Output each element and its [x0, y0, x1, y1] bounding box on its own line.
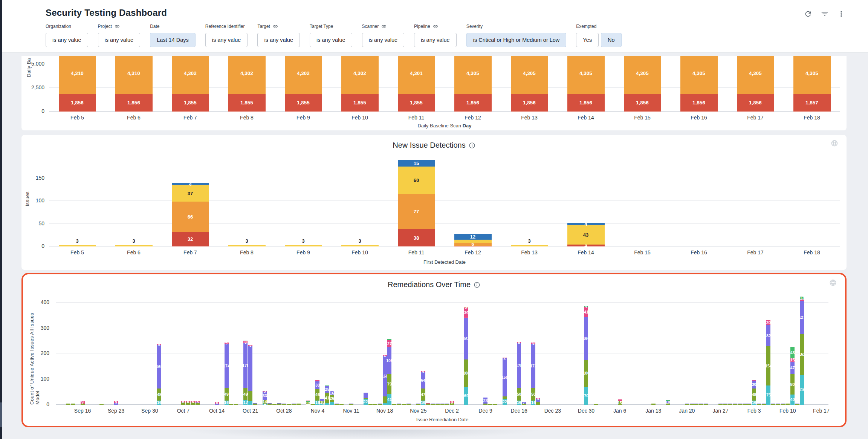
bar-segment[interactable]: 1,855	[172, 94, 209, 112]
bar-segment[interactable]	[718, 404, 723, 405]
new-issue-bar[interactable]: 3	[228, 160, 266, 246]
remediation-bar[interactable]	[335, 404, 339, 405]
bar-segment[interactable]: 4,305	[511, 56, 548, 94]
bar-segment[interactable]	[440, 404, 445, 404]
remediation-bar[interactable]	[757, 404, 761, 405]
bar-segment[interactable]: 4,305	[567, 56, 605, 94]
remediation-bar[interactable]	[699, 404, 703, 405]
bar-segment[interactable]	[406, 404, 411, 404]
daily-baseline-bar[interactable]: 4,3021,855	[285, 56, 322, 112]
remediation-bar[interactable]	[426, 403, 430, 405]
remediation-bar[interactable]: 4080471543	[790, 347, 795, 405]
remediation-bar[interactable]: 10	[666, 400, 670, 405]
filter-chip-target[interactable]: is any value	[257, 33, 300, 47]
remediation-bar[interactable]: 510	[320, 399, 324, 405]
remediation-bar[interactable]: 1647644	[421, 371, 425, 405]
bar-segment[interactable]	[115, 245, 153, 246]
bar-segment[interactable]: 5	[196, 401, 200, 402]
bar-segment[interactable]	[71, 404, 75, 405]
remediation-bar[interactable]: 414333	[263, 391, 267, 405]
bar-segment[interactable]	[234, 404, 238, 405]
bar-segment[interactable]	[493, 404, 497, 405]
bar-segment[interactable]	[771, 404, 775, 405]
bar-segment[interactable]: 16	[330, 391, 334, 395]
filter-option-yes[interactable]: Yes	[576, 33, 599, 47]
bar-segment[interactable]: 12	[454, 234, 492, 240]
bar-segment[interactable]: 108	[464, 359, 468, 387]
bar-segment[interactable]	[699, 404, 703, 404]
remediation-bar[interactable]: 16481695	[157, 344, 161, 405]
bar-segment[interactable]	[431, 404, 435, 405]
new-issue-bar[interactable]	[737, 160, 774, 246]
bar-segment[interactable]: 4	[567, 223, 605, 225]
bar-segment[interactable]	[511, 245, 548, 246]
bar-segment[interactable]	[431, 404, 435, 404]
bar-segment[interactable]: 50	[517, 388, 521, 401]
bar-segment[interactable]	[483, 404, 487, 405]
remediation-bar[interactable]: 8	[450, 401, 454, 405]
remediation-bar[interactable]	[99, 404, 104, 405]
bar-segment[interactable]: 15	[790, 358, 795, 362]
bar-segment[interactable]: 10	[666, 401, 670, 404]
bar-segment[interactable]: 26	[330, 395, 334, 402]
info-icon[interactable]	[474, 281, 480, 288]
bar-segment[interactable]: 14	[263, 400, 267, 404]
remediation-bar[interactable]	[493, 404, 497, 405]
remediation-bar[interactable]	[704, 404, 708, 405]
daily-baseline-bar[interactable]: 4,3051,856	[567, 56, 605, 112]
remediation-bar[interactable]: 221502	[503, 358, 507, 405]
remediation-bar[interactable]	[416, 404, 420, 405]
bar-segment[interactable]: 69	[464, 387, 468, 405]
remediation-bar[interactable]	[311, 404, 315, 405]
bar-segment[interactable]: 4,305	[624, 56, 661, 94]
bar-segment[interactable]: 25	[325, 386, 329, 393]
bar-segment[interactable]	[440, 404, 445, 405]
bar-segment[interactable]: 172	[531, 344, 535, 388]
bar-segment[interactable]	[762, 404, 766, 404]
bar-segment[interactable]: 4,310	[115, 56, 153, 94]
remediation-bar[interactable]: 4125	[325, 385, 329, 405]
remediation-bar[interactable]: 164630	[315, 380, 319, 405]
bar-segment[interactable]: 40	[790, 395, 795, 405]
bar-segment[interactable]: 13	[800, 297, 804, 300]
bar-segment[interactable]	[704, 404, 708, 404]
bar-segment[interactable]: 1,856	[454, 94, 492, 112]
bar-segment[interactable]: 4,310	[59, 56, 96, 94]
bar-segment[interactable]: 1,856	[624, 94, 661, 112]
bar-segment[interactable]	[267, 403, 272, 404]
bar-segment[interactable]	[373, 404, 377, 405]
bar-segment[interactable]: 4	[567, 245, 605, 246]
bar-segment[interactable]	[685, 404, 689, 405]
remediation-bar[interactable]	[785, 404, 790, 405]
remediation-bar[interactable]	[488, 404, 492, 405]
bar-segment[interactable]: 5	[536, 398, 540, 399]
bar-segment[interactable]	[728, 404, 732, 404]
remediation-bar[interactable]: 6	[191, 401, 195, 405]
bar-segment[interactable]	[618, 399, 622, 401]
bar-segment[interactable]: 4,302	[228, 56, 266, 94]
bar-segment[interactable]	[694, 404, 698, 404]
bar-segment[interactable]	[325, 403, 329, 405]
bar-segment[interactable]	[503, 396, 507, 399]
bar-segment[interactable]: 79	[387, 374, 391, 395]
remediation-bar[interactable]	[282, 404, 286, 405]
bar-segment[interactable]	[335, 404, 339, 405]
bar-segment[interactable]: 6	[454, 243, 492, 245]
bar-segment[interactable]	[666, 400, 670, 401]
bar-segment[interactable]: 16	[225, 401, 229, 405]
remediation-bar[interactable]: 7	[522, 402, 526, 405]
bar-segment[interactable]	[785, 404, 790, 405]
bar-segment[interactable]: 82	[766, 325, 770, 346]
bar-segment[interactable]	[277, 404, 281, 405]
bar-segment[interactable]	[743, 404, 747, 405]
more-menu-icon[interactable]	[837, 10, 845, 18]
bar-segment[interactable]	[747, 404, 751, 405]
daily-baseline-bar[interactable]: 4,3101,856	[59, 56, 96, 112]
bar-segment[interactable]: 1,855	[398, 94, 435, 112]
daily-baseline-bar[interactable]: 4,3051,856	[737, 56, 774, 112]
bar-segment[interactable]: 175	[243, 343, 248, 388]
new-issue-bar[interactable]: 3	[511, 160, 548, 246]
remediation-bar[interactable]: 70106166414	[584, 306, 588, 405]
info-icon[interactable]	[469, 142, 475, 149]
remediation-bar[interactable]: 9	[114, 401, 118, 405]
